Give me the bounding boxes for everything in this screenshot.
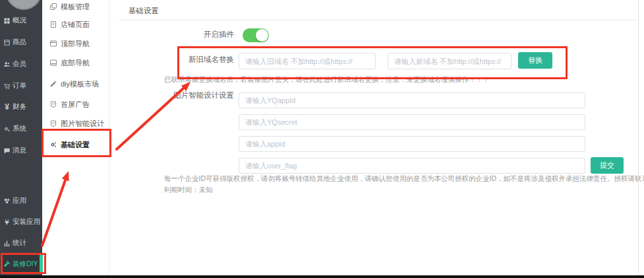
- sidebar-item-label: 系统: [13, 124, 26, 133]
- submenu-item-label: 顶部导航: [61, 39, 90, 49]
- appid-input[interactable]: [239, 136, 585, 152]
- toggle-knob: [256, 29, 268, 42]
- page-title: 基础设置: [129, 6, 159, 16]
- sidebar-item-label: 统计: [13, 238, 26, 248]
- shield-check-icon: [49, 100, 57, 108]
- sidebar-item-finance[interactable]: ¥ 财务: [0, 100, 42, 114]
- hammer-icon: [3, 260, 11, 267]
- sidebar-item-message[interactable]: 消息: [0, 143, 42, 158]
- submenu-item-label: 店铺页面: [61, 20, 90, 30]
- submenu-item-basic-settings[interactable]: 基础设置: [42, 138, 109, 151]
- sidebar-item-label: 消息: [13, 146, 26, 155]
- yen-icon: ¥: [3, 102, 11, 112]
- divider: [119, 20, 636, 20]
- submenu-item-label: diy模板市场: [61, 79, 99, 89]
- shield-check-icon: [49, 120, 57, 127]
- submenu-item-label: 图片智能设计: [61, 119, 104, 129]
- license-note: 每一个企业ID可获得版权授权，请勿将账号转借给其他企业使用，请确认您使用的是否为…: [164, 174, 644, 184]
- yqsecret-input[interactable]: [239, 114, 585, 130]
- domain-replace-label: 新旧域名替换: [155, 55, 234, 65]
- submenu-item-shop-page[interactable]: 店铺页面: [42, 18, 109, 31]
- gears-icon: [49, 141, 57, 149]
- apps-icon: [3, 197, 11, 205]
- enable-plugin-toggle[interactable]: [243, 28, 269, 42]
- sidebar-item-system[interactable]: 系统: [0, 122, 42, 136]
- submenu-item-label: 底部导航: [61, 58, 90, 68]
- submenu-item-label: 首屏广告: [61, 100, 90, 110]
- sidebar-item-label: 订单: [13, 81, 26, 90]
- submenu-item-top-nav[interactable]: 顶部导航: [42, 37, 109, 50]
- cart-icon: [3, 83, 11, 90]
- sidebar-item-diy[interactable]: 装修DIY: [0, 254, 42, 273]
- avatar[interactable]: [6, 0, 42, 10]
- sidebar-item-label: 商品: [13, 38, 26, 47]
- enable-plugin-label: 开启插件: [155, 30, 234, 40]
- expire-time: 到期时间：未知: [164, 186, 213, 195]
- active-item-indicator: [40, 255, 43, 273]
- sidebar-item-orders[interactable]: 订单: [0, 79, 42, 93]
- decorate-submenu: 模板管理 店铺页面 顶部导航 底部导航 diy模板市场 首屏广告 图片智能设计 …: [42, 0, 109, 275]
- chat-icon: [3, 147, 11, 155]
- bottom-nav-icon: [49, 59, 57, 67]
- sidebar-item-members[interactable]: 会员: [0, 57, 42, 71]
- sidebar-item-goods[interactable]: 商品: [0, 35, 42, 50]
- submenu-item-image-smart-design[interactable]: 图片智能设计: [42, 117, 109, 130]
- sidebar-item-label: 概况: [13, 16, 26, 25]
- users-icon: [3, 61, 11, 68]
- copy-icon: [49, 3, 57, 11]
- gears-icon: [3, 125, 11, 133]
- sidebar-item-label: 会员: [13, 59, 26, 69]
- yqappid-input[interactable]: [239, 92, 585, 108]
- submenu-item-template-manage[interactable]: 模板管理: [42, 0, 109, 13]
- sidebar-item-label: 应用: [13, 196, 26, 205]
- pen-icon: [49, 80, 57, 88]
- image-design-label: 图片智能设计设置: [155, 90, 234, 100]
- sidebar-item-apps[interactable]: 应用: [0, 193, 42, 208]
- sidebar-item-stats[interactable]: 统计: [0, 236, 42, 250]
- new-domain-input[interactable]: [388, 53, 512, 69]
- window-right-edge: [638, 0, 639, 275]
- main-sidebar: 概况 商品 会员 订单 ¥ 财务 系统 消息 应用 安装应用 统计 装修DIY: [0, 0, 42, 275]
- submit-button[interactable]: 提交: [591, 157, 624, 174]
- submenu-item-first-screen-ad[interactable]: 首屏广告: [42, 98, 109, 111]
- sidebar-item-label: 财务: [13, 102, 26, 112]
- domain-replace-note: 已联系客服更换域名后，若装修图片丢失，请在此处进行新旧域名更换，注意：未更换域名…: [164, 75, 490, 85]
- sidebar-item-label: 安装应用: [13, 217, 40, 226]
- submenu-item-bottom-nav[interactable]: 底部导航: [42, 56, 109, 69]
- bar-chart-icon: [3, 240, 11, 247]
- box-icon: [3, 39, 11, 46]
- submenu-item-diy-market[interactable]: diy模板市场: [42, 77, 109, 90]
- window-bottom-edge: [0, 275, 644, 278]
- plug-icon: [3, 219, 11, 226]
- page-icon: [49, 20, 57, 28]
- sidebar-item-overview[interactable]: 概况: [0, 13, 42, 28]
- userflag-input[interactable]: [239, 158, 585, 174]
- replace-button[interactable]: 替换: [518, 52, 552, 69]
- top-nav-icon: [49, 40, 57, 48]
- submenu-item-label: 模板管理: [61, 2, 90, 12]
- old-domain-input[interactable]: [239, 53, 376, 69]
- sidebar-item-install-apps[interactable]: 安装应用: [0, 215, 42, 229]
- submenu-item-label: 基础设置: [61, 140, 90, 150]
- sidebar-item-label: 装修DIY: [13, 260, 38, 269]
- dashboard-icon: [3, 17, 11, 24]
